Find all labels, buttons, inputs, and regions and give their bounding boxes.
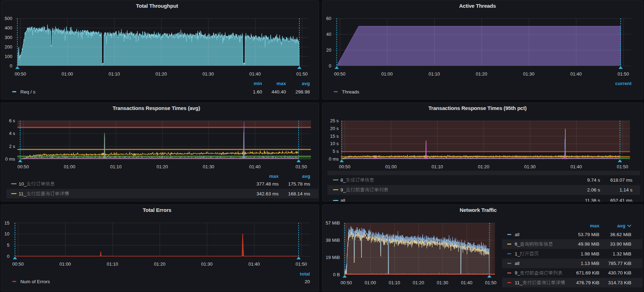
svg-text:10: 10 bbox=[5, 231, 9, 236]
svg-text:5: 5 bbox=[7, 242, 9, 248]
svg-text:Total Throughput: Total Throughput bbox=[136, 3, 178, 9]
svg-text:01:20: 01:20 bbox=[476, 71, 487, 77]
svg-text:01:30: 01:30 bbox=[201, 261, 213, 267]
svg-text:168.14 ms: 168.14 ms bbox=[288, 191, 310, 196]
svg-text:9_: 9_ bbox=[340, 187, 346, 193]
svg-text:652.41 ms: 652.41 ms bbox=[610, 198, 632, 202]
svg-text:38 MiB: 38 MiB bbox=[326, 238, 340, 243]
svg-text:00:50: 00:50 bbox=[18, 164, 29, 169]
svg-text:10 s: 10 s bbox=[330, 141, 339, 146]
svg-text:01:50: 01:50 bbox=[295, 261, 307, 267]
svg-text:avg: avg bbox=[302, 81, 310, 86]
svg-text:avg: avg bbox=[617, 223, 625, 228]
svg-text:11.36 s: 11.36 s bbox=[585, 198, 600, 202]
svg-text:Active Threads: Active Threads bbox=[459, 3, 496, 9]
svg-text:01:20: 01:20 bbox=[156, 71, 167, 77]
svg-text:20 s: 20 s bbox=[330, 126, 339, 131]
svg-text:01:10: 01:10 bbox=[107, 261, 118, 267]
svg-text:1_: 1_ bbox=[515, 251, 520, 257]
svg-text:01:20: 01:20 bbox=[156, 164, 168, 169]
svg-text:20: 20 bbox=[326, 47, 331, 53]
svg-text:01:30: 01:30 bbox=[437, 280, 448, 285]
svg-text:15 s: 15 s bbox=[330, 134, 339, 139]
svg-text:01:30: 01:30 bbox=[523, 71, 535, 77]
svg-text:2.06 s: 2.06 s bbox=[587, 187, 600, 193]
svg-text:00:50: 00:50 bbox=[15, 71, 26, 77]
svg-text:19 MiB: 19 MiB bbox=[326, 255, 340, 260]
svg-text:01:50: 01:50 bbox=[295, 164, 307, 169]
svg-text:0 B: 0 B bbox=[333, 272, 340, 277]
svg-text:8_: 8_ bbox=[340, 177, 346, 183]
svg-text:01:00: 01:00 bbox=[64, 164, 76, 169]
svg-text:36.62 MiB: 36.62 MiB bbox=[610, 232, 631, 237]
svg-text:476.79 KiB: 476.79 KiB bbox=[576, 280, 599, 285]
svg-text:01:10: 01:10 bbox=[109, 71, 120, 77]
svg-text:40: 40 bbox=[326, 32, 331, 37]
svg-text:10_: 10_ bbox=[19, 181, 27, 187]
svg-text:430.70 KiB: 430.70 KiB bbox=[608, 270, 631, 275]
svg-text:298.98: 298.98 bbox=[295, 89, 310, 95]
svg-text:4 s: 4 s bbox=[9, 131, 15, 136]
svg-text:current: current bbox=[615, 81, 632, 86]
svg-text:11_: 11_ bbox=[515, 280, 522, 285]
svg-text:11_: 11_ bbox=[19, 191, 26, 196]
svg-text:01:30: 01:30 bbox=[202, 71, 214, 77]
svg-text:400: 400 bbox=[5, 25, 12, 31]
svg-text:1.14 s: 1.14 s bbox=[619, 187, 632, 193]
svg-text:01:10: 01:10 bbox=[110, 164, 122, 169]
svg-text:01:30: 01:30 bbox=[524, 164, 536, 169]
svg-text:Num of Errors: Num of Errors bbox=[20, 279, 50, 284]
svg-text:57 MiB: 57 MiB bbox=[326, 220, 340, 226]
svg-text:9_: 9_ bbox=[515, 270, 520, 275]
svg-text:01:50: 01:50 bbox=[485, 280, 496, 285]
svg-text:01:10: 01:10 bbox=[429, 71, 440, 77]
svg-text:01:00: 01:00 bbox=[61, 71, 73, 77]
svg-text:all: all bbox=[340, 198, 345, 202]
svg-text:1.13 MiB: 1.13 MiB bbox=[581, 261, 599, 266]
svg-text:max: max bbox=[269, 174, 279, 179]
svg-text:2 s: 2 s bbox=[9, 144, 15, 149]
svg-text:01:00: 01:00 bbox=[385, 164, 397, 169]
svg-text:15: 15 bbox=[5, 220, 9, 226]
svg-text:01:20: 01:20 bbox=[478, 164, 489, 169]
svg-text:Threads: Threads bbox=[342, 89, 359, 95]
svg-text:60: 60 bbox=[326, 16, 331, 21]
svg-text:500: 500 bbox=[5, 16, 12, 21]
svg-text:49.98 MiB: 49.98 MiB bbox=[578, 241, 599, 247]
svg-text:01:50: 01:50 bbox=[296, 71, 308, 77]
svg-text:200: 200 bbox=[5, 44, 12, 50]
svg-text:1.32 MiB: 1.32 MiB bbox=[613, 251, 631, 257]
svg-text:53.79 MiB: 53.79 MiB bbox=[578, 232, 599, 237]
svg-text:01:40: 01:40 bbox=[249, 71, 261, 77]
svg-text:01:40: 01:40 bbox=[248, 261, 260, 267]
svg-text:314.73 KiB: 314.73 KiB bbox=[608, 280, 631, 285]
svg-text:01:00: 01:00 bbox=[381, 71, 393, 77]
svg-text:01:40: 01:40 bbox=[249, 164, 261, 169]
svg-text:0: 0 bbox=[7, 254, 9, 259]
svg-text:33.90 MiB: 33.90 MiB bbox=[610, 241, 631, 247]
svg-text:5 s: 5 s bbox=[333, 149, 339, 154]
svg-text:max: max bbox=[590, 223, 600, 228]
svg-text:01:40: 01:40 bbox=[570, 71, 582, 77]
svg-text:01:10: 01:10 bbox=[431, 164, 443, 169]
svg-text:Total Errors: Total Errors bbox=[143, 207, 171, 213]
svg-text:618.07 ms: 618.07 ms bbox=[610, 177, 632, 183]
svg-text:01:20: 01:20 bbox=[154, 261, 165, 267]
svg-text:1.60: 1.60 bbox=[253, 89, 262, 95]
svg-text:00:50: 00:50 bbox=[12, 261, 24, 267]
svg-text:9.74 s: 9.74 s bbox=[587, 177, 600, 183]
svg-text:01:00: 01:00 bbox=[365, 280, 376, 285]
svg-text:01:40: 01:40 bbox=[461, 280, 473, 285]
svg-text:01:20: 01:20 bbox=[413, 280, 424, 285]
svg-text:all: all bbox=[515, 232, 520, 237]
svg-text:01:50: 01:50 bbox=[618, 71, 629, 77]
svg-text:0: 0 bbox=[10, 63, 12, 69]
svg-text:01:40: 01:40 bbox=[571, 164, 582, 169]
svg-text:00:50: 00:50 bbox=[339, 164, 351, 169]
svg-text:Transactions Response Times (9: Transactions Response Times (95th pct) bbox=[428, 105, 527, 111]
svg-text:6_: 6_ bbox=[515, 241, 520, 247]
svg-text:Transactions Response Times (a: Transactions Response Times (avg) bbox=[112, 105, 200, 111]
svg-text:25 s: 25 s bbox=[330, 118, 339, 123]
svg-text:300: 300 bbox=[5, 35, 12, 40]
svg-text:max: max bbox=[277, 81, 286, 86]
